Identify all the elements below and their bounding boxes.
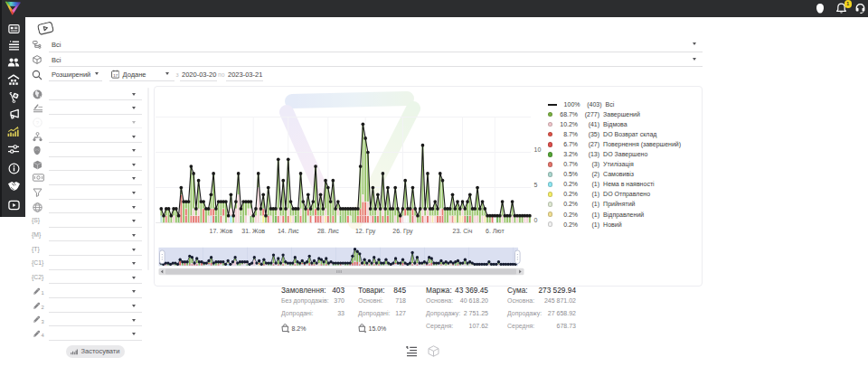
filter-select[interactable] (49, 240, 142, 241)
sidebar-item-billing-card[interactable] (2, 20, 25, 37)
stat-sub-label: Допродажу: (426, 310, 460, 316)
stat-sub-value: 245 871.02 (544, 297, 576, 304)
filter-select[interactable] (49, 142, 142, 143)
package-view-icon[interactable] (428, 345, 439, 357)
navigator-handle-left[interactable] (159, 250, 165, 264)
filter-select[interactable] (49, 283, 142, 284)
y-axis-label: 0 (533, 217, 537, 223)
signature-icon (33, 103, 43, 113)
legend-item[interactable]: 0.2%(1)DO Отправлено (548, 189, 682, 199)
legend-count: (403) (580, 101, 602, 108)
legend-item[interactable]: 6.7%(27)Повернення (завершений) (548, 139, 682, 149)
legend-percent: 10.2% (556, 121, 578, 127)
legend-label: Утилізація (603, 161, 634, 167)
y-axis-label: 5 (533, 182, 537, 188)
legend-item[interactable]: 100%(403)Всі (548, 99, 682, 109)
sidebar-item-video[interactable] (2, 197, 25, 214)
product-select[interactable]: Всі (49, 52, 703, 68)
package-icon (33, 55, 42, 64)
search-mode-value: Розширений (52, 70, 90, 79)
legend-percent: 3.2% (556, 151, 578, 157)
filter-select[interactable] (49, 297, 142, 298)
navigator-handle-right[interactable] (514, 250, 520, 264)
stat-value: 845 (393, 286, 406, 295)
legend-count: (35) (578, 131, 599, 137)
sidebar-item-info[interactable] (2, 160, 25, 177)
sidebar-item-handtruck[interactable] (2, 89, 25, 106)
user-icon[interactable] (815, 3, 826, 14)
stat-title: Сума: (507, 286, 528, 295)
filter-select[interactable] (49, 255, 142, 256)
legend-item[interactable]: 10.2%(41)Відмова (548, 119, 682, 129)
sidebar (0, 17, 25, 217)
filter-select[interactable] (49, 227, 142, 228)
apply-button[interactable]: Застосувати (66, 345, 125, 358)
legend-item[interactable]: 0.7%(3)Утилізація (548, 159, 682, 169)
legend-count: (1) (578, 221, 599, 228)
list-view-icon[interactable] (406, 345, 418, 357)
legend-dot-swatch (548, 142, 553, 147)
search-mode-select[interactable]: Розширений (49, 67, 102, 81)
filter-select[interactable] (49, 170, 142, 171)
filter-select[interactable] (49, 212, 142, 213)
sidebar-item-order-list[interactable] (2, 37, 25, 54)
chevron-down-icon (95, 72, 99, 75)
brace-field-icon: {C2} (32, 274, 43, 280)
sidebar-item-handshake[interactable] (2, 178, 25, 195)
date-from-input[interactable]: 2020-03-20 (180, 67, 217, 81)
filter-select[interactable] (49, 99, 142, 100)
sidebar-edge (0, 17, 2, 217)
filter-select[interactable] (49, 114, 142, 115)
chart-panel: 17. Жов31. Жов14. Лис28. Лис12. Гру26. Г… (154, 86, 703, 287)
handtruck-icon (8, 91, 20, 103)
sidebar-item-megaphone[interactable] (2, 106, 25, 123)
headset-icon[interactable] (854, 3, 866, 14)
filter-select[interactable] (49, 127, 142, 128)
legend-percent: 6.7% (556, 141, 578, 147)
date-to-input[interactable]: 2023-03-21 (226, 67, 263, 81)
brand-logo[interactable] (4, 1, 22, 16)
chevron-down-icon (132, 220, 136, 222)
filter-select[interactable] (49, 184, 142, 185)
video-frame-icon[interactable] (37, 21, 55, 36)
legend-item[interactable]: 0.5%(2)Самовивіз (548, 169, 682, 179)
legend-item[interactable]: 0.2%(1)Новий (548, 220, 682, 230)
legend-percent: 8.7% (556, 131, 578, 137)
legend-item[interactable]: 8.7%(35)DO Возврат склад (548, 129, 682, 139)
x-axis-label: 6. Лют (485, 228, 504, 234)
filter-select[interactable] (49, 340, 142, 341)
filter-scrollbar[interactable] (147, 88, 150, 270)
filter-select[interactable] (49, 156, 142, 157)
legend-item[interactable]: 0.2%(1)Прийнятий (548, 199, 682, 209)
sidebar-item-sliders[interactable] (2, 141, 25, 158)
pencil-icon (33, 330, 41, 338)
legend-item[interactable]: 68.7%(277)Завершений (548, 109, 682, 119)
filter-select[interactable] (49, 312, 142, 313)
product-select-value: Всі (52, 56, 61, 64)
stat-sub-value: 678.73 (557, 323, 576, 329)
legend-item[interactable]: 0.2%(1)Нема в наявності (548, 179, 682, 189)
chevron-down-icon (693, 58, 696, 61)
chevron-down-icon (132, 164, 136, 166)
stat-sub-value: 127 (395, 310, 406, 316)
megaphone-icon (7, 108, 20, 120)
chart-navigator[interactable] (158, 248, 520, 267)
date-field-select[interactable]: 17 Додане (109, 67, 175, 81)
chart-scrollbar[interactable] (158, 268, 524, 275)
analytics-chart-icon (7, 126, 20, 137)
date-to-value: 2023-03-21 (228, 70, 262, 79)
legend-item[interactable]: 3.2%(13)DO Завершено (548, 149, 682, 159)
sidebar-item-analytics-chart[interactable] (2, 123, 25, 140)
filter-select[interactable] (49, 325, 142, 326)
legend-label: Завершений (603, 111, 640, 118)
sales-funnel-select[interactable]: Всі (49, 37, 703, 52)
brace-field-icon: {C1} (32, 259, 43, 266)
stat-sub-label: Допродажу: (507, 310, 542, 316)
x-axis-label: 14. Лис (277, 228, 298, 234)
legend-item[interactable]: 0.2%(1)Відправлений (548, 210, 682, 220)
sidebar-item-warehouse[interactable] (2, 71, 25, 89)
person-head-icon (33, 146, 42, 155)
filter-select[interactable] (49, 199, 142, 200)
sidebar-item-clients[interactable] (2, 54, 25, 71)
filter-select[interactable] (49, 269, 142, 270)
